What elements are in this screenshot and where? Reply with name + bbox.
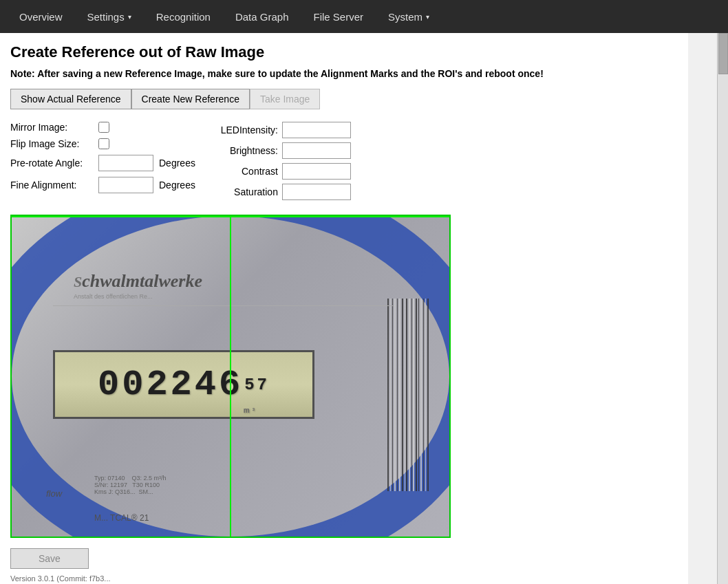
right-settings: LEDIntensity: 5 Brightness: 0 Contrast 0… [216,122,351,204]
lcd-unit: m³ [244,407,257,414]
saturation-row: Saturation 0 [216,184,351,200]
company-name: Schwalmtalwerke [74,271,202,292]
mirror-image-checkbox[interactable] [98,122,109,133]
contrast-label: Contrast [216,166,278,177]
pre-rotate-row: Pre-rotate Angle: -1 Degrees [10,155,195,171]
nav-overview[interactable]: Overview [7,0,75,33]
create-new-reference-button[interactable]: Create New Reference [131,89,250,109]
system-dropdown-icon: ▾ [426,13,429,21]
nav-recognition[interactable]: Recognition [144,0,223,33]
flip-image-row: Flip Image Size: [10,138,195,149]
pre-rotate-label: Pre-rotate Angle: [10,158,93,169]
mirror-image-label: Mirror Image: [10,122,93,133]
scrollbar[interactable] [717,33,728,584]
save-button[interactable]: Save [10,548,89,569]
fine-alignment-row: Fine Alignment: 0 Degrees [10,177,195,193]
pre-rotate-unit: Degrees [159,158,195,169]
settings-area: Mirror Image: Flip Image Size: Pre-rotat… [10,122,678,204]
nav-file-server[interactable]: File Server [301,0,376,33]
flip-image-label: Flip Image Size: [10,138,93,149]
show-actual-reference-button[interactable]: Show Actual Reference [10,89,131,109]
fine-alignment-unit: Degrees [159,180,195,191]
meter-image-container: Schwalmtalwerke Anstalt des öffentlichen… [10,215,451,538]
flow-label: flow [46,488,62,499]
separator-line [53,305,394,306]
save-row: Save [10,548,678,569]
page-title: Create Reference out of Raw Image [10,43,678,61]
crosshair-vertical-line [230,216,231,537]
brightness-input[interactable]: 0 [282,142,351,159]
nav-data-graph[interactable]: Data Graph [223,0,301,33]
lcd-partial: 57 [244,376,270,394]
contrast-row: Contrast 0 [216,163,351,180]
note-text: Note: After saving a new Reference Image… [10,68,678,79]
navbar: Overview Settings ▾ Recognition Data Gra… [0,0,728,33]
lcd-digits: 002246 [98,365,243,405]
led-intensity-label: LEDIntensity: [216,125,278,136]
lcd-display: 002246 57 m³ [53,350,314,419]
meter-model: M... TCAL® 21 [94,513,149,523]
scroll-thumb[interactable] [718,33,728,74]
meter-details: Typ: 07140 Q3: 2.5 m³/h S/Nr: 12197 T30 … [94,475,167,495]
saturation-input[interactable]: 0 [282,184,351,200]
nav-system[interactable]: System ▾ [376,0,442,33]
mirror-image-row: Mirror Image: [10,122,195,133]
left-settings: Mirror Image: Flip Image Size: Pre-rotat… [10,122,195,204]
contrast-input[interactable]: 0 [282,163,351,180]
crosshair-horizontal-line [12,216,449,217]
brightness-row: Brightness: 0 [216,142,351,159]
barcode [387,299,429,491]
buttons-row: Show Actual Reference Create New Referen… [10,89,678,109]
settings-dropdown-icon: ▾ [128,13,131,21]
nav-settings[interactable]: Settings ▾ [75,0,144,33]
pre-rotate-input[interactable]: -1 [98,155,153,171]
company-subtitle: Anstalt des öffentlichen Re... [74,293,152,300]
led-intensity-input[interactable]: 5 [282,122,351,138]
version-text: Version 3.0.1 (Commit: f7b3... [10,574,678,583]
take-image-button: Take Image [250,89,320,109]
saturation-label: Saturation [216,186,278,197]
main-content: Create Reference out of Raw Image Note: … [0,33,688,584]
led-intensity-row: LEDIntensity: 5 [216,122,351,138]
flip-image-checkbox[interactable] [98,138,109,149]
fine-alignment-label: Fine Alignment: [10,180,93,191]
fine-alignment-input[interactable]: 0 [98,177,153,193]
brightness-label: Brightness: [216,145,278,156]
